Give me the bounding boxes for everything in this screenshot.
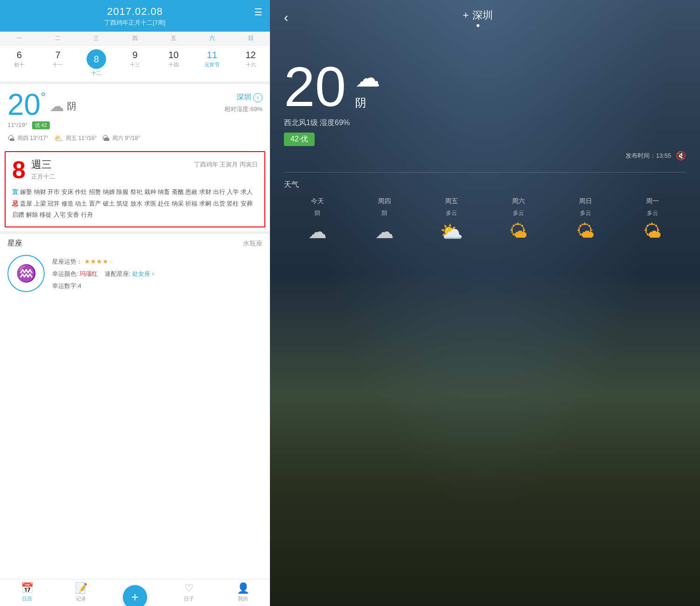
- week-label-fri: 五: [154, 32, 193, 45]
- fc-icon-thu: ☁: [375, 221, 394, 242]
- weather-forecast: 🌤 周四 13°/17° ⛅ 周五 11°/16° 🌥 周六 9°/18°: [7, 134, 262, 143]
- fc-icon-sun: 🌤: [576, 221, 595, 242]
- rp-city-dot: [477, 24, 479, 27]
- calendar-detail: 8 週三 丁酉鸡年 王寅月 丙寅日 正月十二 宜嫁娶 纳财 开市 安床 作灶 招…: [5, 151, 265, 227]
- lucky-num-row: 幸运数字:4: [52, 280, 154, 292]
- week-label-sun: 日: [231, 32, 270, 45]
- rp-fc-fri: 周五 多云 ⛅: [418, 197, 485, 243]
- nav-record-label: 记录: [76, 595, 86, 602]
- rp-weather-label: 天气: [284, 180, 686, 190]
- fc-icon-sat: 🌤: [509, 221, 528, 242]
- fab-button[interactable]: +: [123, 585, 147, 606]
- detail-year-info: 丁酉鸡年 王寅月 丙寅日: [194, 160, 258, 169]
- cal-day-6[interactable]: 6 初十: [0, 47, 39, 79]
- ji-items: 盖屋 上梁 冠笄 修造 动土 置产 破土 筑堤 放水 求医 赴任 纳采 祈福 求…: [12, 200, 253, 219]
- rp-fc-today: 今天 阴 ☁: [284, 197, 351, 243]
- menu-icon[interactable]: ☰: [254, 7, 262, 18]
- days-nav-icon: ♡: [184, 582, 194, 594]
- yi-label: 宜: [12, 188, 18, 195]
- temp-degree: °: [40, 90, 46, 105]
- rp-city-name: 深圳: [472, 8, 493, 22]
- city-arrow-icon[interactable]: ›: [253, 93, 262, 102]
- weather-right: 深圳 › 相对湿度:69%: [224, 93, 262, 113]
- calendar-header: 2017.02.08 丁酉鸡年正月十二[7周] ☰: [0, 0, 270, 32]
- right-panel: ‹ + 深圳 20 ☁ 阴 西北风1级 湿度69% 42·优 发布时间：13:5…: [270, 0, 700, 606]
- temperature-big: 20: [7, 90, 40, 120]
- ji-row: 忌盖屋 上梁 冠笄 修造 动土 置产 破土 筑堤 放水 求医 赴任 纳采 祈福 …: [12, 198, 258, 221]
- rp-main-weather: 20 ☁ 阴: [284, 59, 686, 114]
- forecast-fri: ⛅ 周五 11°/16°: [54, 134, 97, 143]
- calendar-days: 6 初十 7 十一 8 十二 9 十三 10 十四 11 元宵节 12 十六: [0, 46, 270, 81]
- rp-forecast-row: 今天 阴 ☁ 周四 阴 ☁ 周五 多云 ⛅ 周六 多云 🌤 周日 多云: [284, 197, 686, 243]
- nav-calendar-label: 日历: [22, 595, 32, 602]
- rp-topbar: ‹ + 深圳: [284, 0, 686, 31]
- detail-lunar: 正月十二: [31, 173, 258, 181]
- nav-mine-label: 我的: [238, 595, 248, 602]
- volume-icon[interactable]: 🔇: [676, 151, 686, 161]
- cal-day-10[interactable]: 10 十四: [154, 47, 193, 79]
- nav-calendar[interactable]: 📅 日历: [0, 582, 54, 602]
- right-content: ‹ + 深圳 20 ☁ 阴 西北风1级 湿度69% 42·优 发布时间：13:5…: [270, 0, 700, 606]
- back-button[interactable]: ‹: [284, 10, 288, 25]
- detail-weekday: 週三: [31, 158, 52, 172]
- rp-fc-thu: 周四 阴 ☁: [351, 197, 418, 243]
- record-nav-icon: 📝: [75, 582, 88, 594]
- publish-time: 发布时间：13:55: [626, 152, 671, 160]
- rp-fc-sun: 周日 多云 🌤: [552, 197, 619, 243]
- constellation-section: 星座 水瓶座: [0, 231, 270, 253]
- nav-days-label: 日子: [184, 595, 194, 602]
- week-label-sat: 六: [193, 32, 231, 45]
- cal-day-9[interactable]: 9 十三: [116, 47, 155, 79]
- week-labels: 一 二 三 四 五 六 日: [0, 32, 270, 46]
- aquarius-icon: ♒: [7, 255, 45, 292]
- yi-row: 宜嫁娶 纳财 开市 安床 作灶 招赘 纳婿 除服 祭祀 栽种 纳畜 斋醮 恩赦 …: [12, 186, 258, 198]
- fc-icon-mon: 🌤: [643, 221, 662, 242]
- date-sub: 丁酉鸡年正月十二[7周]: [7, 19, 262, 27]
- lucky-color-value: 玛瑙红: [80, 270, 98, 277]
- rp-fc-sat: 周六 多云 🌤: [485, 197, 552, 243]
- weather-range: 11°/19° 优 42: [7, 121, 76, 129]
- yi-ji-content: 宜嫁娶 纳财 开市 安床 作灶 招赘 纳婿 除服 祭祀 栽种 纳畜 斋醮 恩赦 …: [12, 186, 258, 221]
- rp-divider: [284, 172, 686, 173]
- fc-icon-fri: ⛅: [440, 221, 463, 243]
- fc-icon-today: ☁: [308, 221, 327, 242]
- detail-header: 8 週三 丁酉鸡年 王寅月 丙寅日 正月十二: [12, 158, 258, 182]
- match-sign: 处女座: [132, 270, 150, 277]
- humidity: 相对湿度:69%: [224, 105, 262, 113]
- weather-top: 20 ° ☁ 阴 11°/19° 优 42 深圳 › 相对湿度:69%: [7, 90, 262, 129]
- detail-info: 週三 丁酉鸡年 王寅月 丙寅日 正月十二: [31, 158, 258, 181]
- nav-record[interactable]: 📝 记录: [54, 582, 108, 602]
- fortune-stars: ★★★★: [84, 258, 108, 265]
- rp-city-container: + 深圳: [463, 8, 493, 27]
- rp-weather-right: ☁ 阴: [355, 63, 380, 110]
- bottom-nav: 📅 日历 📝 记录 + ♡ 日子 👤 我的: [0, 579, 270, 606]
- cal-day-11[interactable]: 11 元宵节: [193, 47, 231, 79]
- rp-aqi-badge: 42·优: [284, 133, 315, 146]
- city-name[interactable]: 深圳 ›: [224, 93, 262, 102]
- week-label-thu: 四: [116, 32, 155, 45]
- rp-plus-icon[interactable]: +: [463, 9, 469, 21]
- rp-fc-mon: 周一 多云 🌤: [619, 197, 686, 243]
- nav-days[interactable]: ♡ 日子: [162, 582, 216, 602]
- cloud-icon: ☁: [49, 97, 64, 115]
- detail-day-number: 8: [12, 158, 26, 182]
- date-main: 2017.02.08: [7, 6, 262, 18]
- cal-day-7[interactable]: 7 十一: [39, 47, 77, 79]
- rp-condition: 阴: [355, 95, 380, 110]
- mine-nav-icon: 👤: [237, 582, 249, 594]
- nav-mine[interactable]: 👤 我的: [216, 582, 270, 602]
- weather-section: 20 ° ☁ 阴 11°/19° 优 42 深圳 › 相对湿度:69%: [0, 81, 270, 147]
- constellation-detail: ♒ 星座运势： ★★★★☆ 幸运颜色: 玛瑙红 速配星座: 处女座 › 幸运数字…: [0, 253, 270, 297]
- left-panel: 2017.02.08 丁酉鸡年正月十二[7周] ☰ 一 二 三 四 五 六 日 …: [0, 0, 270, 606]
- constellation-title: 星座: [7, 239, 22, 248]
- rp-temperature: 20: [284, 59, 346, 114]
- cal-day-8-today[interactable]: 8 十二: [77, 47, 116, 79]
- yi-items: 嫁娶 纳财 开市 安床 作灶 招赘 纳婿 除服 祭祀 栽种 纳畜 斋醮 恩赦 求…: [20, 188, 253, 195]
- week-label-wed: 三: [77, 32, 116, 45]
- aqi-badge: 优 42: [32, 121, 50, 129]
- match-arrow[interactable]: ›: [152, 270, 154, 277]
- constellation-info: 星座运势： ★★★★☆ 幸运颜色: 玛瑙红 速配星座: 处女座 › 幸运数字:4: [52, 255, 154, 292]
- weather-condition: 阴: [67, 100, 76, 113]
- cal-day-12[interactable]: 12 十六: [231, 47, 270, 79]
- constellation-sign: 水瓶座: [243, 240, 262, 248]
